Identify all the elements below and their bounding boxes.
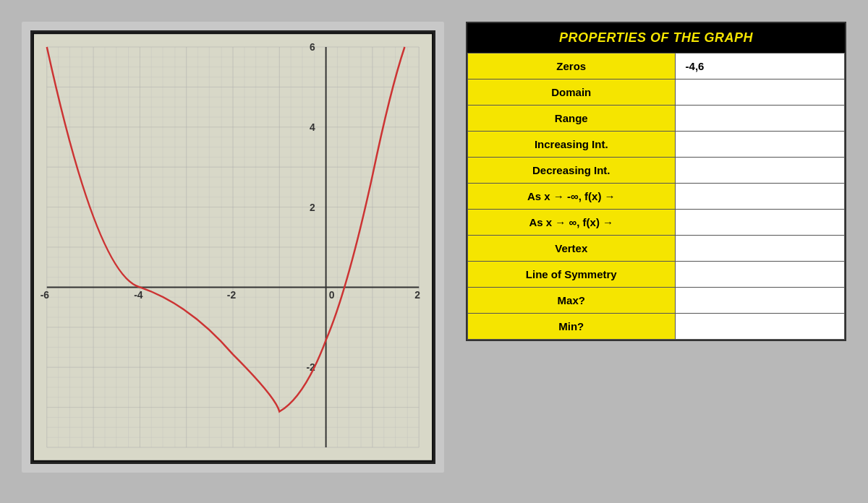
svg-text:-2: -2	[227, 289, 237, 301]
graph-canvas: -6 -4 -2 0 2 6 4 2 -2	[30, 30, 435, 464]
svg-text:0: 0	[329, 289, 335, 301]
prop-value[interactable]: -4,6	[675, 53, 844, 79]
prop-value[interactable]	[675, 210, 844, 236]
prop-label: Vertex	[468, 236, 676, 262]
prop-value[interactable]	[675, 106, 844, 132]
prop-label: Zeros	[468, 53, 676, 79]
prop-value[interactable]	[675, 184, 844, 210]
prop-label: Line of Symmetry	[468, 262, 676, 288]
prop-label: As x → ∞, f(x) →	[468, 210, 676, 236]
svg-text:-6: -6	[41, 289, 50, 301]
table-row: As x → ∞, f(x) →	[468, 210, 845, 236]
table-row: Zeros-4,6	[468, 53, 845, 79]
prop-value[interactable]	[675, 288, 844, 314]
prop-value[interactable]	[675, 236, 844, 262]
prop-label: Domain	[468, 79, 676, 106]
prop-label: Max?	[468, 288, 676, 314]
graph-svg: -6 -4 -2 0 2 6 4 2 -2	[33, 33, 433, 462]
properties-table-wrapper: PROPERTIES OF THE GRAPH Zeros-4,6DomainR…	[466, 22, 846, 341]
svg-text:-4: -4	[134, 289, 143, 301]
table-title: PROPERTIES OF THE GRAPH	[467, 23, 845, 53]
table-row: Range	[468, 106, 845, 132]
prop-value[interactable]	[675, 158, 844, 184]
prop-label: As x → -∞, f(x) →	[468, 184, 676, 210]
svg-text:2: 2	[310, 202, 315, 213]
table-row: Domain	[468, 79, 845, 106]
graph-wrapper: -6 -4 -2 0 2 6 4 2 -2	[22, 22, 444, 473]
table-row: Min?	[468, 314, 845, 340]
svg-text:2: 2	[414, 289, 420, 301]
prop-label: Min?	[468, 314, 676, 340]
svg-text:4: 4	[310, 121, 315, 133]
prop-label: Decreasing Int.	[468, 158, 676, 184]
prop-table: Zeros-4,6DomainRangeIncreasing Int.Decre…	[467, 53, 845, 340]
prop-value[interactable]	[675, 262, 844, 288]
table-row: As x → -∞, f(x) →	[468, 184, 845, 210]
table-row: Increasing Int.	[468, 132, 845, 158]
prop-label: Increasing Int.	[468, 132, 676, 158]
table-row: Vertex	[468, 236, 845, 262]
svg-text:6: 6	[310, 41, 315, 53]
table-row: Line of Symmetry	[468, 262, 845, 288]
prop-value[interactable]	[675, 79, 844, 106]
main-container: -6 -4 -2 0 2 6 4 2 -2	[0, 0, 868, 503]
table-row: Max?	[468, 288, 845, 314]
prop-value[interactable]	[675, 132, 844, 158]
prop-value[interactable]	[675, 314, 844, 340]
prop-label: Range	[468, 106, 676, 132]
table-row: Decreasing Int.	[468, 158, 845, 184]
